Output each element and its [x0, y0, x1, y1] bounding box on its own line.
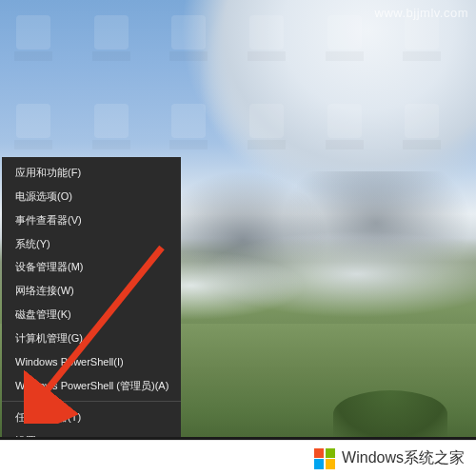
desktop-icon[interactable]: [238, 98, 295, 155]
menu-item-label: 磁盘管理(K): [15, 307, 71, 322]
menu-item-computer-management[interactable]: 计算机管理(G): [2, 327, 181, 350]
watermark-url: www.bjjmlv.com: [375, 6, 469, 20]
winx-context-menu: 应用和功能(F) 电源选项(O) 事件查看器(V) 系统(Y) 设备管理器(M)…: [2, 157, 181, 476]
menu-item-label: Windows PowerShell (管理员)(A): [15, 379, 169, 393]
desktop-icon[interactable]: [160, 10, 217, 67]
desktop-icon[interactable]: [5, 10, 62, 67]
menu-item-label: Windows PowerShell(I): [15, 355, 124, 369]
menu-item-label: 应用和功能(F): [15, 166, 81, 180]
brand-logo: Windows系统之家: [314, 448, 465, 469]
desktop-icon[interactable]: [5, 98, 62, 155]
desktop-icon[interactable]: [316, 98, 373, 155]
menu-item-power-options[interactable]: 电源选项(O): [2, 185, 181, 208]
desktop-icon[interactable]: [160, 98, 217, 155]
desktop-icon[interactable]: [83, 98, 140, 155]
brand-text: Windows系统之家: [342, 448, 465, 468]
desktop-icon[interactable]: [316, 10, 373, 67]
menu-item-powershell-admin[interactable]: Windows PowerShell (管理员)(A): [2, 374, 181, 398]
menu-item-label: 设备管理器(M): [15, 260, 84, 274]
menu-item-event-viewer[interactable]: 事件查看器(V): [2, 208, 181, 232]
menu-separator: [2, 401, 181, 402]
menu-item-disk-management[interactable]: 磁盘管理(K): [2, 303, 181, 327]
menu-item-label: 系统(Y): [15, 237, 50, 251]
menu-item-label: 计算机管理(G): [15, 331, 83, 346]
menu-item-label: 网络连接(W): [15, 284, 74, 298]
desktop-icon[interactable]: [238, 10, 295, 67]
menu-item-label: 电源选项(O): [15, 189, 72, 204]
grassland-hillock: [333, 390, 447, 438]
menu-item-apps-features[interactable]: 应用和功能(F): [2, 161, 181, 185]
menu-item-powershell[interactable]: Windows PowerShell(I): [2, 350, 181, 374]
desktop-icon[interactable]: [83, 10, 140, 67]
menu-item-network-connections[interactable]: 网络连接(W): [2, 279, 181, 303]
desktop-icon[interactable]: [393, 98, 450, 155]
menu-item-system[interactable]: 系统(Y): [2, 232, 181, 256]
windows-logo-icon: [314, 448, 335, 469]
menu-item-task-manager[interactable]: 任务管理器(T): [2, 406, 181, 429]
branding-bar: Windows系统之家: [0, 440, 476, 476]
menu-item-label: 事件查看器(V): [15, 213, 82, 228]
menu-item-label: 任务管理器(T): [15, 410, 81, 425]
desktop-icons-grid: [0, 5, 476, 176]
menu-item-device-manager[interactable]: 设备管理器(M): [2, 255, 181, 279]
